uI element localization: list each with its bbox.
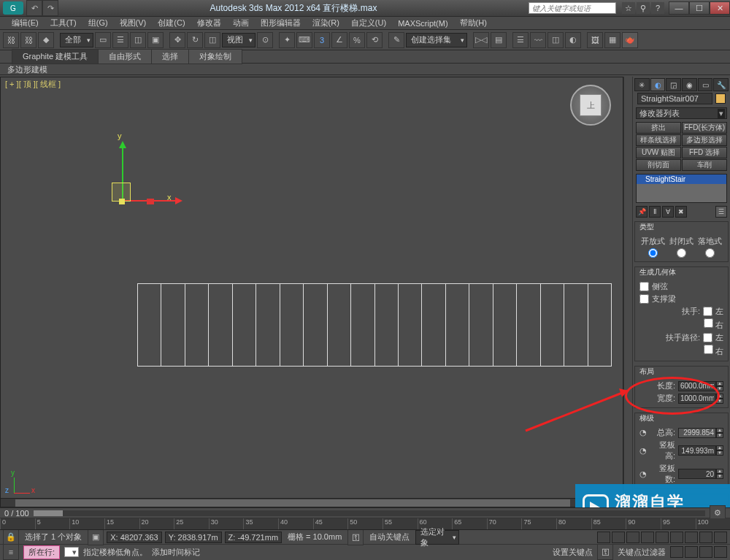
menu-help[interactable]: 帮助(H) xyxy=(454,18,493,28)
select-icon[interactable]: ▭ xyxy=(95,32,111,48)
length-down[interactable]: ▼ xyxy=(716,386,723,391)
selection-filter[interactable]: 全部 xyxy=(60,33,93,47)
link-icon[interactable]: ⛓ xyxy=(3,32,19,48)
object-color-swatch[interactable] xyxy=(715,93,726,104)
named-sel-dropdown[interactable]: 创建选择集 xyxy=(406,33,467,47)
ribbon-tab-graphite[interactable]: Graphite 建模工具 xyxy=(12,49,99,64)
key-target-dropdown[interactable]: 选定对象 xyxy=(415,530,459,545)
play-end-icon[interactable] xyxy=(656,532,669,543)
viewport-scroll-v[interactable] xyxy=(623,77,632,507)
chk-hand-right[interactable] xyxy=(704,318,713,328)
curve-editor-icon[interactable]: 〰 xyxy=(530,32,546,48)
ribbon-tab-objectpaint[interactable]: 对象绘制 xyxy=(188,49,242,64)
info-center-3[interactable]: ? xyxy=(651,2,664,14)
ribbon-panel-polymod[interactable]: 多边形建模 xyxy=(0,64,730,75)
maximize-button[interactable]: ☐ xyxy=(689,1,710,15)
script-icon[interactable]: ≡ xyxy=(3,544,19,560)
panel-tab-motion[interactable]: ◉ xyxy=(682,78,697,91)
mirror-icon[interactable]: ▷◁ xyxy=(473,32,489,48)
rollout-step-header[interactable]: 梯级 xyxy=(635,413,728,423)
stair-object[interactable] xyxy=(137,283,612,367)
menu-group[interactable]: 组(G) xyxy=(82,18,114,28)
nav-arc-icon[interactable] xyxy=(685,532,698,543)
render-setup-icon[interactable]: 🖼 xyxy=(587,32,603,48)
lock-icon[interactable]: 🔒 xyxy=(3,529,19,545)
menu-edit[interactable]: 编辑(E) xyxy=(6,18,45,28)
window-crossing-icon[interactable]: ▣ xyxy=(147,32,164,48)
type-box[interactable]: 落地式 xyxy=(696,236,723,258)
rollout-layout-header[interactable]: 布局 xyxy=(635,367,728,377)
layers-icon[interactable]: ☰ xyxy=(512,32,529,48)
stack-config-icon[interactable]: ☰ xyxy=(715,206,727,218)
mod-btn-slice[interactable]: 剖切面 xyxy=(636,159,681,171)
info-center-1[interactable]: ☆ xyxy=(622,2,635,14)
chk-carriage[interactable] xyxy=(639,294,649,304)
render-icon[interactable]: 🫖 xyxy=(622,32,638,48)
key-icon[interactable]: ⚿ xyxy=(347,529,364,545)
setkey-button[interactable]: 设置关键点 xyxy=(553,547,593,558)
stack-pin-icon[interactable]: 📌 xyxy=(636,206,648,218)
mod-btn-ffdsel[interactable]: FFD 选择 xyxy=(682,147,727,158)
viewport-top[interactable]: [ + ][ 顶 ][ 线框 ] 上 y x y x z xyxy=(0,77,623,507)
info-center-2[interactable]: ⚲ xyxy=(637,2,650,14)
panel-tab-create[interactable]: ✳ xyxy=(634,78,650,91)
bind-icon[interactable]: ◆ xyxy=(38,32,54,48)
viewport-h-scrollbar[interactable] xyxy=(15,499,570,507)
align-icon[interactable]: ▤ xyxy=(491,32,507,48)
angle-snap-icon[interactable]: ∠ xyxy=(331,32,347,48)
width-up[interactable]: ▲ xyxy=(716,394,723,399)
panel-tab-display[interactable]: ▭ xyxy=(698,78,713,91)
menu-rendering[interactable]: 渲染(R) xyxy=(307,18,345,28)
nav-max-icon[interactable] xyxy=(714,532,727,543)
time-slider[interactable] xyxy=(34,510,705,516)
gizmo-x-handle[interactable] xyxy=(147,199,154,204)
schematic-icon[interactable]: ◫ xyxy=(548,32,564,48)
chk-rail-right[interactable] xyxy=(704,345,713,354)
mod-btn-splinesel[interactable]: 样条线选择 xyxy=(636,134,681,146)
nav-fov-icon[interactable] xyxy=(699,546,712,558)
stack-showend-icon[interactable]: Ⅱ xyxy=(649,206,661,218)
coord-x[interactable]: X: 48207.363 xyxy=(107,532,161,543)
mod-btn-uvw[interactable]: UVW 贴图 xyxy=(636,147,681,158)
play-start-icon[interactable] xyxy=(597,532,610,543)
qat-redo[interactable]: ↷ xyxy=(42,0,58,16)
edit-named-sel-icon[interactable]: ✎ xyxy=(388,32,404,48)
percent-snap-icon[interactable]: % xyxy=(349,32,365,48)
play-next-icon[interactable] xyxy=(641,532,654,543)
menu-customize[interactable]: 自定义(U) xyxy=(345,18,392,28)
modifier-list-dropdown[interactable]: 修改器列表 xyxy=(636,107,727,119)
chk-stringers[interactable] xyxy=(639,282,649,291)
keyboard-icon[interactable]: ⌨ xyxy=(296,32,312,48)
ribbon-tab-freeform[interactable]: 自由形式 xyxy=(98,49,152,64)
stack-item-straightstair[interactable]: StraightStair xyxy=(637,174,726,184)
nav-zoomall-icon[interactable] xyxy=(685,546,698,558)
add-time-tag[interactable]: 添加时间标记 xyxy=(152,547,200,558)
ribbon-tab-selection[interactable]: 选择 xyxy=(151,49,189,64)
pivot-icon[interactable]: ⊙ xyxy=(257,32,273,48)
panel-tab-modify[interactable]: ◐ xyxy=(650,78,666,91)
mod-btn-ffd-box[interactable]: FFD(长方体) xyxy=(682,122,727,134)
menu-animation[interactable]: 动画 xyxy=(227,18,255,28)
mod-btn-polysel[interactable]: 多边形选择 xyxy=(682,134,727,146)
move-icon[interactable]: ✥ xyxy=(169,32,185,48)
spinner-total-h[interactable] xyxy=(678,428,716,438)
unlink-icon[interactable]: ⛓ xyxy=(20,32,36,48)
ref-coord-dropdown[interactable]: 视图 xyxy=(222,33,256,47)
spinner-length[interactable] xyxy=(678,381,716,391)
material-editor-icon[interactable]: ◐ xyxy=(565,32,581,48)
menu-grapheditors[interactable]: 图形编辑器 xyxy=(255,18,307,28)
coord-z[interactable]: Z: -49.721mm xyxy=(225,532,282,543)
type-closed[interactable]: 封闭式 xyxy=(668,236,695,258)
type-open[interactable]: 开放式 xyxy=(639,236,666,258)
play-prev-icon[interactable] xyxy=(612,532,625,543)
coord-y[interactable]: Y: 2838.917m xyxy=(165,532,222,543)
mod-btn-lathe[interactable]: 车削 xyxy=(682,159,727,171)
select-region-icon[interactable]: ◫ xyxy=(130,32,146,48)
rollout-gengeo-header[interactable]: 生成几何体 xyxy=(635,267,728,277)
play-icon[interactable] xyxy=(626,532,639,543)
render-frame-icon[interactable]: ▦ xyxy=(604,32,620,48)
nav-region-icon[interactable] xyxy=(714,546,727,558)
scale-icon[interactable]: ◫ xyxy=(204,32,220,48)
stack-remove-icon[interactable]: ✖ xyxy=(675,206,687,218)
spinner-riser-h[interactable] xyxy=(678,445,716,456)
